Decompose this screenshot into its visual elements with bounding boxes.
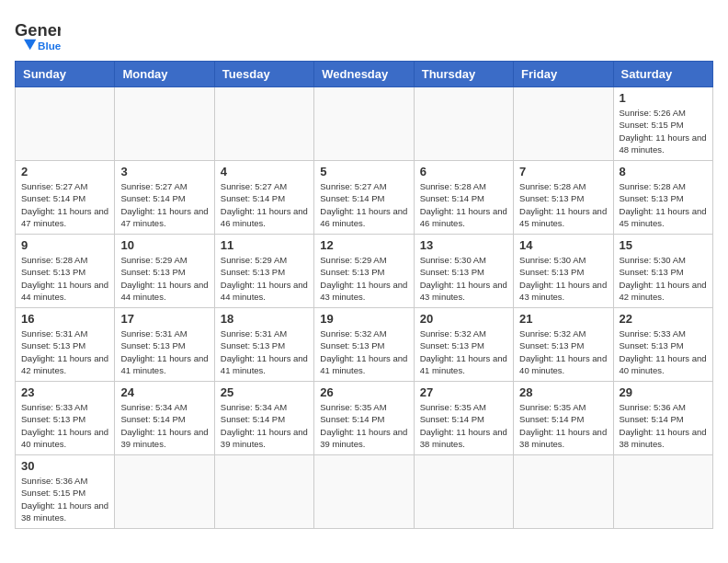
calendar-week-row: 2Sunrise: 5:27 AM Sunset: 5:14 PM Daylig… xyxy=(16,161,713,235)
calendar-cell: 28Sunrise: 5:35 AM Sunset: 5:14 PM Dayli… xyxy=(514,382,613,455)
calendar-cell: 24Sunrise: 5:34 AM Sunset: 5:14 PM Dayli… xyxy=(115,382,214,455)
day-number: 26 xyxy=(320,385,407,399)
svg-text:Blue: Blue xyxy=(38,40,61,52)
day-info: Sunrise: 5:31 AM Sunset: 5:13 PM Dayligh… xyxy=(21,327,108,376)
calendar-cell xyxy=(314,87,414,161)
day-info: Sunrise: 5:33 AM Sunset: 5:13 PM Dayligh… xyxy=(620,327,707,376)
day-info: Sunrise: 5:30 AM Sunset: 5:13 PM Dayligh… xyxy=(519,254,607,303)
day-info: Sunrise: 5:29 AM Sunset: 5:13 PM Dayligh… xyxy=(120,254,208,303)
day-info: Sunrise: 5:28 AM Sunset: 5:13 PM Dayligh… xyxy=(21,254,108,303)
day-number: 13 xyxy=(420,238,507,252)
day-info: Sunrise: 5:28 AM Sunset: 5:14 PM Dayligh… xyxy=(420,180,507,229)
day-number: 25 xyxy=(221,385,308,399)
calendar-cell: 16Sunrise: 5:31 AM Sunset: 5:13 PM Dayli… xyxy=(16,308,115,382)
calendar-cell: 17Sunrise: 5:31 AM Sunset: 5:13 PM Dayli… xyxy=(115,308,214,382)
day-info: Sunrise: 5:36 AM Sunset: 5:15 PM Dayligh… xyxy=(21,475,108,523)
day-number: 24 xyxy=(120,385,208,399)
day-number: 2 xyxy=(21,165,108,178)
day-info: Sunrise: 5:33 AM Sunset: 5:13 PM Dayligh… xyxy=(21,401,108,450)
day-info: Sunrise: 5:28 AM Sunset: 5:13 PM Dayligh… xyxy=(519,180,607,229)
calendar-cell: 11Sunrise: 5:29 AM Sunset: 5:13 PM Dayli… xyxy=(214,235,313,308)
calendar-cell: 4Sunrise: 5:27 AM Sunset: 5:14 PM Daylig… xyxy=(214,161,313,235)
calendar-cell: 27Sunrise: 5:35 AM Sunset: 5:14 PM Dayli… xyxy=(414,382,513,455)
calendar-cell: 5Sunrise: 5:27 AM Sunset: 5:14 PM Daylig… xyxy=(314,161,414,235)
day-number: 4 xyxy=(221,165,308,178)
calendar-cell: 6Sunrise: 5:28 AM Sunset: 5:14 PM Daylig… xyxy=(414,161,513,235)
calendar-cell: 15Sunrise: 5:30 AM Sunset: 5:13 PM Dayli… xyxy=(613,235,712,308)
day-info: Sunrise: 5:27 AM Sunset: 5:14 PM Dayligh… xyxy=(221,180,308,229)
calendar-cell xyxy=(115,455,214,529)
day-number: 20 xyxy=(420,312,507,326)
day-number: 22 xyxy=(620,312,707,326)
svg-marker-1 xyxy=(24,40,36,51)
calendar-cell: 25Sunrise: 5:34 AM Sunset: 5:14 PM Dayli… xyxy=(214,382,313,455)
day-number: 17 xyxy=(120,312,208,326)
day-info: Sunrise: 5:26 AM Sunset: 5:15 PM Dayligh… xyxy=(620,107,707,155)
calendar-cell: 19Sunrise: 5:32 AM Sunset: 5:13 PM Dayli… xyxy=(314,308,414,382)
calendar-cell: 7Sunrise: 5:28 AM Sunset: 5:13 PM Daylig… xyxy=(514,161,613,235)
calendar-cell xyxy=(115,87,214,161)
calendar-cell: 1Sunrise: 5:26 AM Sunset: 5:15 PM Daylig… xyxy=(613,87,712,161)
day-number: 7 xyxy=(519,165,607,178)
calendar-cell: 21Sunrise: 5:32 AM Sunset: 5:13 PM Dayli… xyxy=(514,308,613,382)
calendar-cell xyxy=(314,455,414,529)
calendar-cell xyxy=(613,455,712,529)
calendar-cell xyxy=(514,455,613,529)
day-info: Sunrise: 5:27 AM Sunset: 5:14 PM Dayligh… xyxy=(120,180,208,229)
calendar-cell: 14Sunrise: 5:30 AM Sunset: 5:13 PM Dayli… xyxy=(514,235,613,308)
weekday-header-friday: Friday xyxy=(514,62,613,87)
weekday-header-monday: Monday xyxy=(115,62,214,87)
calendar-cell: 10Sunrise: 5:29 AM Sunset: 5:13 PM Dayli… xyxy=(115,235,214,308)
day-number: 12 xyxy=(320,238,407,252)
day-info: Sunrise: 5:31 AM Sunset: 5:13 PM Dayligh… xyxy=(120,327,208,376)
calendar-cell xyxy=(16,87,115,161)
calendar-cell: 20Sunrise: 5:32 AM Sunset: 5:13 PM Dayli… xyxy=(414,308,513,382)
day-number: 3 xyxy=(120,165,208,178)
calendar-cell xyxy=(514,87,613,161)
day-info: Sunrise: 5:29 AM Sunset: 5:13 PM Dayligh… xyxy=(320,254,407,303)
day-number: 6 xyxy=(420,165,507,178)
day-number: 21 xyxy=(519,312,607,326)
calendar-cell: 13Sunrise: 5:30 AM Sunset: 5:13 PM Dayli… xyxy=(414,235,513,308)
day-number: 10 xyxy=(120,238,208,252)
day-number: 27 xyxy=(420,385,507,399)
calendar-week-row: 1Sunrise: 5:26 AM Sunset: 5:15 PM Daylig… xyxy=(16,87,713,161)
day-number: 28 xyxy=(519,385,607,399)
day-number: 16 xyxy=(21,312,108,326)
weekday-header-tuesday: Tuesday xyxy=(214,62,313,87)
day-info: Sunrise: 5:34 AM Sunset: 5:14 PM Dayligh… xyxy=(221,401,308,450)
day-number: 9 xyxy=(21,238,108,252)
day-info: Sunrise: 5:29 AM Sunset: 5:13 PM Dayligh… xyxy=(221,254,308,303)
day-info: Sunrise: 5:32 AM Sunset: 5:13 PM Dayligh… xyxy=(320,327,407,376)
day-info: Sunrise: 5:30 AM Sunset: 5:13 PM Dayligh… xyxy=(420,254,507,303)
calendar-week-row: 16Sunrise: 5:31 AM Sunset: 5:13 PM Dayli… xyxy=(16,308,713,382)
calendar-cell: 30Sunrise: 5:36 AM Sunset: 5:15 PM Dayli… xyxy=(16,455,115,529)
day-number: 14 xyxy=(519,238,607,252)
day-info: Sunrise: 5:35 AM Sunset: 5:14 PM Dayligh… xyxy=(519,401,607,450)
day-number: 15 xyxy=(620,238,707,252)
day-info: Sunrise: 5:34 AM Sunset: 5:14 PM Dayligh… xyxy=(120,401,208,450)
day-info: Sunrise: 5:30 AM Sunset: 5:13 PM Dayligh… xyxy=(620,254,707,303)
calendar-cell: 22Sunrise: 5:33 AM Sunset: 5:13 PM Dayli… xyxy=(613,308,712,382)
calendar-week-row: 30Sunrise: 5:36 AM Sunset: 5:15 PM Dayli… xyxy=(16,455,713,529)
calendar-cell: 9Sunrise: 5:28 AM Sunset: 5:13 PM Daylig… xyxy=(16,235,115,308)
day-info: Sunrise: 5:35 AM Sunset: 5:14 PM Dayligh… xyxy=(420,401,507,450)
day-number: 23 xyxy=(21,385,108,399)
generalblue-logo: General Blue xyxy=(15,15,61,52)
calendar-cell: 18Sunrise: 5:31 AM Sunset: 5:13 PM Dayli… xyxy=(214,308,313,382)
header: General Blue xyxy=(15,15,713,52)
day-info: Sunrise: 5:27 AM Sunset: 5:14 PM Dayligh… xyxy=(320,180,407,229)
day-number: 19 xyxy=(320,312,407,326)
weekday-header-sunday: Sunday xyxy=(16,62,115,87)
calendar-cell: 2Sunrise: 5:27 AM Sunset: 5:14 PM Daylig… xyxy=(16,161,115,235)
day-info: Sunrise: 5:36 AM Sunset: 5:14 PM Dayligh… xyxy=(620,401,707,450)
day-info: Sunrise: 5:27 AM Sunset: 5:14 PM Dayligh… xyxy=(21,180,108,229)
calendar-week-row: 9Sunrise: 5:28 AM Sunset: 5:13 PM Daylig… xyxy=(16,235,713,308)
day-number: 1 xyxy=(620,91,707,105)
calendar-cell xyxy=(214,455,313,529)
day-number: 30 xyxy=(21,459,108,473)
calendar-cell: 8Sunrise: 5:28 AM Sunset: 5:13 PM Daylig… xyxy=(613,161,712,235)
svg-text:General: General xyxy=(15,20,61,40)
day-number: 11 xyxy=(221,238,308,252)
calendar-cell xyxy=(214,87,313,161)
